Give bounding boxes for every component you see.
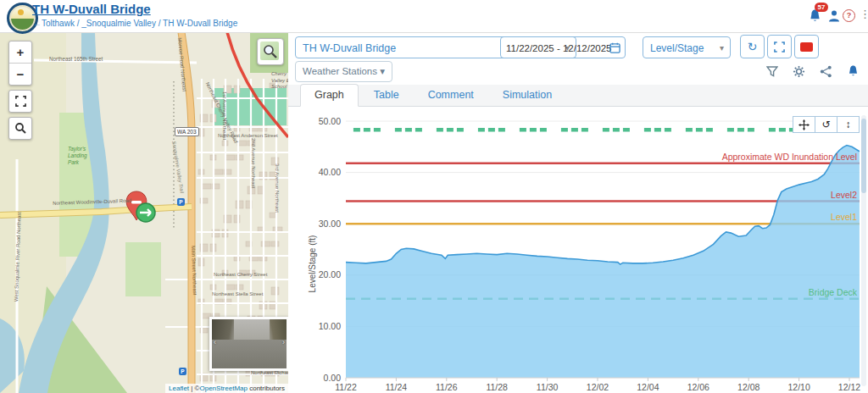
share-icon[interactable] [820,65,832,78]
reset-icon: ↺ [821,119,830,130]
bell-icon[interactable] [847,64,860,78]
map-search-button[interactable] [8,117,32,140]
x-tick-label: 12/10 [787,382,810,392]
green-area [125,242,161,296]
y-tick-label: 20.00 [319,269,341,280]
more-menu-button[interactable]: ⋮ [860,8,868,20]
reference-line-label: Bridge Deck [809,287,858,297]
pin-dash [131,201,142,204]
app-window: TH W-Duvall Bridge ←Tolthawk / _Snoqualm… [0,0,868,393]
breadcrumb[interactable]: ←Tolthawk / _Snoqualmie Valley / TH W-Du… [33,19,237,28]
notification-badge: 57 [815,3,828,12]
zoom-in-button[interactable]: + [9,42,31,64]
chart-toolbar: ↺ ↕ [793,116,860,133]
zoom-out-button[interactable]: − [9,64,31,85]
reference-line-label: Level1 [831,212,857,222]
filter-icon[interactable] [766,66,778,77]
minimap-toggle[interactable] [257,38,284,65]
tab-table[interactable]: Table [360,85,413,106]
x-tick-label: 11/28 [486,382,508,392]
map-attribution: Leaflet | ©OpenStreetMap contributors [165,384,288,393]
reference-line-label: Level2 [831,190,857,200]
x-tick-label: 11/22 [335,382,357,392]
map-pane[interactable]: Northeast 165th StreetTaylor's Landing P… [0,32,288,393]
scrollbar[interactable] [861,115,866,386]
chart-area: Level/Stage (ft) 0.0010.0020.0030.0040.0… [288,107,868,393]
search-icon [14,122,26,134]
expand-button[interactable] [767,35,792,58]
pan-button[interactable] [793,116,815,133]
record-icon [800,42,813,52]
scrollbar-thumb[interactable] [861,119,866,193]
tab-comment[interactable]: Comment [415,85,487,106]
station-panel: TH W-Duvall Bridge ▾ 11/22/2025 - 12/12/… [288,32,868,393]
tab-graph[interactable]: Graph [300,84,359,107]
x-tick-label: 12/08 [737,382,760,392]
y-tick-label: 30.00 [319,219,341,229]
x-tick-label: 11/30 [537,382,559,392]
parking-icon: P [179,368,186,375]
y-axis-title: Level/Stage (ft) [308,222,317,307]
tab-bar: Graph Table Comment Simulation [288,85,868,107]
y-tick-label: 0.00 [324,373,342,383]
reset-zoom-button[interactable]: ↺ [815,116,837,133]
panel-icon-row [766,64,860,78]
chevron-down-icon: ▾ [720,37,724,59]
y-tick-label: 50.00 [319,116,341,126]
x-tick-label: 11/24 [386,382,408,392]
vertical-resize-icon: ↕ [846,119,851,130]
refresh-button[interactable]: ↻ [740,35,765,58]
tab-simulation[interactable]: Simulation [489,85,565,106]
date-range-input[interactable]: 11/22/2025 - 12/12/2025 [500,36,626,58]
highway-shield: WA 203 [175,127,199,136]
refresh-icon: ↻ [748,40,758,53]
y-tick-label: 40.00 [319,167,341,177]
header: TH W-Duvall Bridge ←Tolthawk / _Snoqualm… [0,0,868,33]
x-tick-label: 12/04 [637,382,659,392]
x-tick-label: 11/26 [436,382,458,392]
vertical-zoom-button[interactable]: ↕ [837,116,860,133]
notifications-button[interactable]: 57 [808,8,822,27]
record-button[interactable] [794,35,819,58]
photo-next-button[interactable]: › [282,338,285,346]
y-tick-label: 10.00 [319,321,341,331]
level-stage-chart[interactable]: 0.0010.0020.0030.0040.0050.00Approximate… [288,107,868,393]
weather-stations-button[interactable]: Weather Stations ▾ [295,61,392,82]
page-title[interactable]: TH W-Duvall Bridge [32,2,151,16]
pan-icon [798,119,810,130]
parking-icon: P [177,198,185,206]
map-fullscreen-button[interactable] [8,90,32,113]
x-tick-label: 12/06 [687,382,709,392]
osm-link[interactable]: OpenStreetMap [199,385,247,392]
map-zoom-control[interactable]: + − [8,41,32,86]
help-button[interactable]: ? [843,9,855,22]
gear-icon[interactable] [793,65,805,78]
camera-photo-thumbnail[interactable]: ‹ › [209,317,288,371]
user-icon [827,8,841,23]
leaflet-link[interactable]: Leaflet [169,385,189,392]
fullscreen-icon [15,96,26,107]
expand-icon [774,42,785,53]
photo-prev-button[interactable]: ‹ [214,338,216,346]
x-tick-label: 12/02 [587,382,609,392]
magnifier-icon [262,43,279,60]
reference-line-label: Approximate WD Inundation Level [722,152,857,162]
x-tick-label: 12/12 [838,382,860,392]
user-button[interactable] [827,8,841,26]
calendar-icon [609,42,620,53]
parameter-select[interactable]: Level/Stage ▾ [643,36,731,58]
